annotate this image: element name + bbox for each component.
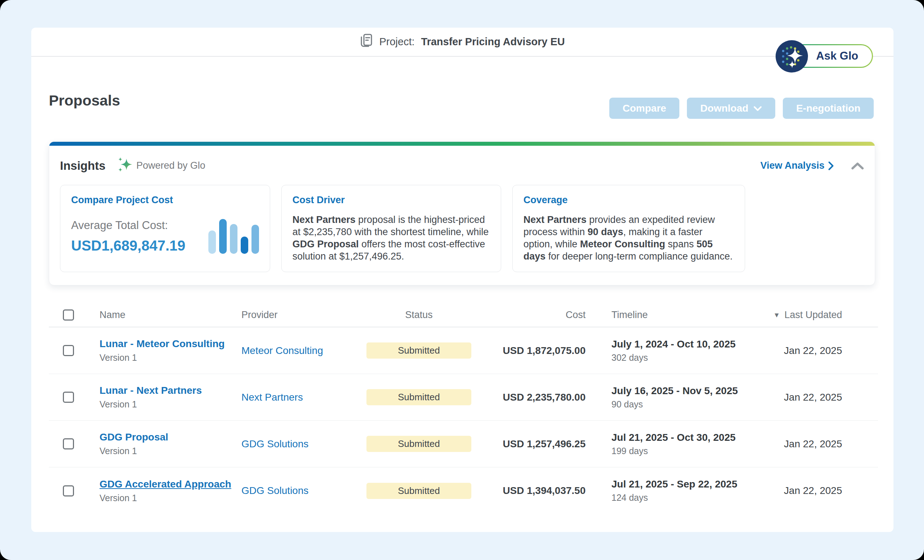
- average-cost-label: Average Total Cost:: [71, 219, 185, 232]
- row-checkbox[interactable]: [63, 345, 74, 356]
- proposal-name-link[interactable]: Lunar - Meteor Consulting: [99, 338, 225, 350]
- app-header: Project: Transfer Pricing Advisory EU: [31, 28, 894, 57]
- status-badge: Submitted: [366, 343, 471, 359]
- mini-chart-bar: [241, 237, 248, 254]
- column-header-provider[interactable]: Provider: [242, 310, 366, 320]
- last-updated-value: Jan 22, 2025: [758, 485, 878, 496]
- timeline-range: July 16, 2025 - Nov 5, 2025: [612, 385, 758, 397]
- page-title: Proposals: [49, 92, 120, 109]
- mini-chart-bar: [219, 219, 227, 254]
- column-header-timeline[interactable]: Timeline: [586, 310, 758, 320]
- toolbar: Compare Download E-negotiation: [609, 97, 874, 119]
- status-badge: Submitted: [366, 483, 471, 499]
- project-document-icon: [360, 33, 373, 50]
- column-header-cost[interactable]: Cost: [471, 310, 586, 320]
- last-updated-value: Jan 22, 2025: [758, 392, 878, 403]
- timeline-duration: 124 days: [612, 493, 758, 503]
- select-all-checkbox[interactable]: [63, 310, 74, 320]
- cost-value: USD 1,872,075.00: [471, 345, 586, 356]
- proposal-name-link[interactable]: Lunar - Next Partners: [99, 385, 202, 396]
- timeline-duration: 90 days: [612, 399, 758, 410]
- insight-card-coverage: Coverage Next Partners provides an exped…: [512, 185, 745, 272]
- view-analysis-label: View Analysis: [760, 160, 825, 171]
- download-button[interactable]: Download: [687, 97, 775, 119]
- insight-card-title: Coverage: [524, 195, 734, 206]
- timeline-range: July 1, 2024 - Oct 10, 2025: [612, 338, 758, 350]
- ask-glo-button[interactable]: Ask Glo: [776, 44, 873, 68]
- chevron-down-icon: [753, 103, 762, 114]
- table-row: Lunar - Meteor Consulting Version 1 Mete…: [49, 327, 878, 374]
- status-badge: Submitted: [366, 389, 471, 405]
- glo-sparkle-icon: [775, 40, 808, 73]
- cost-value: USD 1,257,496.25: [471, 438, 586, 450]
- chevron-up-icon: [851, 162, 864, 170]
- timeline-range: Jul 21, 2025 - Sep 22, 2025: [612, 479, 758, 490]
- cost-mini-chart: [208, 216, 259, 254]
- column-header-name[interactable]: Name: [99, 310, 242, 320]
- timeline-range: Jul 21, 2025 - Oct 30, 2025: [612, 432, 758, 443]
- last-updated-value: Jan 22, 2025: [758, 345, 878, 356]
- provider-link[interactable]: Meteor Consulting: [242, 345, 323, 356]
- timeline-duration: 302 days: [612, 352, 758, 363]
- insights-gradient-bar: [49, 142, 875, 146]
- project-breadcrumb: Project: Transfer Pricing Advisory EU: [360, 33, 565, 50]
- enegotiation-button-label: E-negotiation: [796, 103, 860, 114]
- row-checkbox[interactable]: [63, 485, 74, 496]
- insight-card-cost-driver: Cost Driver Next Partners proposal is th…: [281, 185, 501, 272]
- row-checkbox[interactable]: [63, 438, 74, 449]
- insight-card-body: Next Partners provides an expedited revi…: [524, 214, 734, 262]
- cost-value: USD 1,394,037.50: [471, 485, 586, 496]
- table-row: GDG Proposal Version 1 GDG Solutions Sub…: [49, 421, 878, 467]
- collapse-insights-button[interactable]: [851, 162, 864, 170]
- timeline-duration: 199 days: [612, 446, 758, 456]
- insights-title: Insights: [60, 159, 106, 173]
- column-header-status[interactable]: Status: [366, 310, 471, 320]
- provider-link[interactable]: GDG Solutions: [242, 485, 309, 496]
- compare-button[interactable]: Compare: [609, 97, 680, 119]
- table-row: Lunar - Next Partners Version 1 Next Par…: [49, 374, 878, 421]
- project-name: Transfer Pricing Advisory EU: [421, 36, 565, 48]
- proposal-name-link[interactable]: GDG Accelerated Approach: [99, 479, 231, 490]
- table-body: Lunar - Meteor Consulting Version 1 Mete…: [49, 327, 878, 514]
- insight-card-title: Cost Driver: [292, 195, 490, 206]
- last-updated-value: Jan 22, 2025: [758, 438, 878, 450]
- project-label: Project:: [380, 36, 415, 48]
- chevron-right-icon: [828, 161, 834, 171]
- average-cost-value: USD1,689,847.19: [71, 238, 185, 254]
- insight-card-title: Compare Project Cost: [71, 195, 259, 206]
- enegotiation-button[interactable]: E-negotiation: [783, 97, 874, 119]
- insight-card-body: Next Partners proposal is the highest-pr…: [292, 214, 490, 262]
- proposal-version: Version 1: [99, 399, 242, 410]
- proposal-version: Version 1: [99, 446, 242, 456]
- provider-link[interactable]: GDG Solutions: [242, 438, 309, 449]
- sparkle-icon: [118, 157, 132, 175]
- proposal-version: Version 1: [99, 352, 242, 363]
- provider-link[interactable]: Next Partners: [242, 392, 303, 403]
- main-content-card: Project: Transfer Pricing Advisory EU: [31, 28, 894, 532]
- proposal-name-link[interactable]: GDG Proposal: [99, 431, 168, 443]
- mini-chart-bar: [230, 224, 237, 254]
- table-header-row: Name Provider Status Cost Timeline ▼ Las…: [49, 303, 878, 327]
- compare-button-label: Compare: [622, 103, 666, 114]
- powered-by-label: Powered by Glo: [136, 160, 206, 171]
- download-button-label: Download: [700, 103, 748, 114]
- sort-descending-icon: ▼: [774, 311, 780, 319]
- app-viewport: Project: Transfer Pricing Advisory EU: [0, 0, 924, 560]
- cost-value: USD 2,235,780.00: [471, 392, 586, 403]
- view-analysis-link[interactable]: View Analysis: [760, 160, 834, 171]
- insights-panel: Insights Powered by Glo: [49, 141, 875, 285]
- mini-chart-bar: [208, 231, 216, 254]
- proposal-version: Version 1: [99, 493, 242, 503]
- insight-card-compare-cost: Compare Project Cost Average Total Cost:…: [60, 185, 270, 272]
- powered-by-glo: Powered by Glo: [118, 157, 206, 175]
- status-badge: Submitted: [366, 436, 471, 452]
- row-checkbox[interactable]: [63, 392, 74, 403]
- table-row: GDG Accelerated Approach Version 1 GDG S…: [49, 467, 878, 514]
- column-header-last-updated[interactable]: ▼ Last Updated: [758, 310, 878, 320]
- proposals-table: Name Provider Status Cost Timeline ▼ Las…: [49, 303, 878, 514]
- mini-chart-bar: [252, 225, 259, 254]
- ask-glo-label: Ask Glo: [816, 49, 858, 63]
- last-updated-label: Last Updated: [784, 310, 842, 320]
